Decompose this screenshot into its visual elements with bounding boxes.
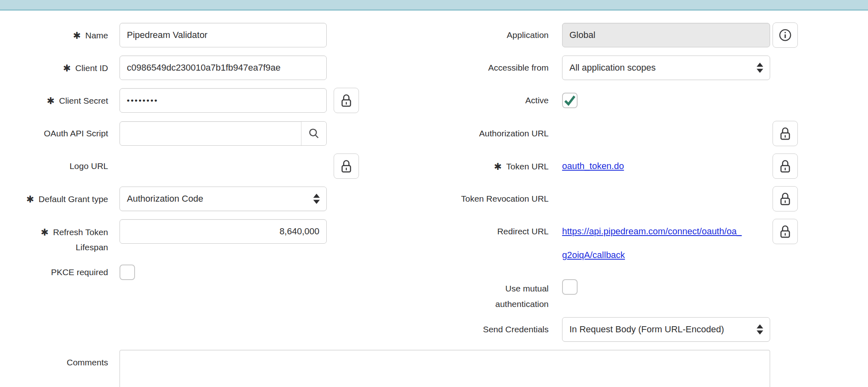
refresh-token-lifespan-input[interactable] <box>120 219 327 244</box>
token-url-lock-button[interactable] <box>773 153 798 179</box>
application-field <box>562 23 770 47</box>
lock-icon <box>779 224 792 239</box>
default-grant-type-select[interactable]: Authorization Code <box>120 187 327 211</box>
redirect-url-label: Redirect URL <box>408 219 549 244</box>
oauth-api-script-input[interactable] <box>120 122 301 145</box>
client-id-label: ✱Client ID <box>0 56 108 80</box>
default-grant-type-value: Authorization Code <box>127 187 203 211</box>
token-revocation-url-lock-button[interactable] <box>773 186 798 211</box>
select-arrows-icon <box>313 194 320 204</box>
oauth-entity-form: ✱Name ✱Client ID ✱Client Secret OAuth AP… <box>0 0 868 387</box>
accessible-from-select[interactable]: All application scopes <box>562 56 770 80</box>
required-marker: ✱ <box>73 30 81 41</box>
client-secret-lock-button[interactable] <box>334 88 359 113</box>
token-url-link[interactable]: oauth_token.do <box>562 154 624 178</box>
comments-textarea[interactable] <box>120 350 770 387</box>
required-marker: ✱ <box>47 96 55 106</box>
lock-icon <box>340 159 353 173</box>
accessible-from-value: All application scopes <box>569 56 656 80</box>
client-secret-input[interactable] <box>120 88 327 113</box>
lock-icon <box>779 191 792 206</box>
lock-icon <box>779 159 792 173</box>
logo-url-label: Logo URL <box>0 154 108 178</box>
redirect-url-link-line1[interactable]: https://api.pipedream.com/connect/oauth/… <box>562 219 742 244</box>
redirect-url-lock-button[interactable] <box>773 219 798 244</box>
oauth-api-script-lookup-button[interactable] <box>301 122 326 145</box>
pkce-required-checkbox[interactable] <box>120 265 135 280</box>
application-info-button[interactable] <box>773 22 798 48</box>
use-mutual-authentication-checkbox[interactable] <box>562 279 578 295</box>
active-checkbox[interactable] <box>562 93 578 108</box>
name-input[interactable] <box>120 23 327 47</box>
authorization-url-label: Authorization URL <box>408 121 549 146</box>
send-credentials-select[interactable]: In Request Body (Form URL-Encoded) <box>562 317 770 342</box>
search-icon <box>308 127 320 140</box>
accessible-from-label: Accessible from <box>408 56 549 80</box>
use-mutual-authentication-label: Use mutual authentication <box>408 281 549 312</box>
client-secret-label: ✱Client Secret <box>0 88 108 113</box>
oauth-api-script-label: OAuth API Script <box>0 121 108 146</box>
client-id-input[interactable] <box>120 56 327 80</box>
refresh-token-lifespan-label: ✱Refresh Token Lifespan <box>0 225 108 255</box>
pkce-required-label: PKCE required <box>0 265 108 280</box>
form-header-strip <box>0 0 868 11</box>
required-marker: ✱ <box>41 227 49 238</box>
select-arrows-icon <box>757 325 763 335</box>
send-credentials-label: Send Credentials <box>408 317 549 342</box>
required-marker: ✱ <box>26 194 34 205</box>
lock-icon <box>779 126 792 141</box>
application-label: Application <box>408 23 549 47</box>
token-revocation-url-label: Token Revocation URL <box>408 187 549 211</box>
info-icon <box>778 28 792 42</box>
redirect-url-link-line2[interactable]: g2oiqA/callback <box>562 246 625 264</box>
comments-label: Comments <box>0 350 108 375</box>
lock-icon <box>340 93 353 108</box>
oauth-api-script-field <box>120 121 327 146</box>
authorization-url-lock-button[interactable] <box>773 121 798 146</box>
select-arrows-icon <box>757 63 763 73</box>
send-credentials-value: In Request Body (Form URL-Encoded) <box>569 318 724 341</box>
required-marker: ✱ <box>63 63 71 73</box>
name-label: ✱Name <box>0 23 108 48</box>
active-label: Active <box>408 88 549 113</box>
required-marker: ✱ <box>494 161 502 172</box>
logo-url-lock-button[interactable] <box>334 153 359 179</box>
checkmark-icon <box>563 94 576 107</box>
default-grant-type-label: ✱Default Grant type <box>0 187 108 211</box>
token-url-label: ✱Token URL <box>408 154 549 179</box>
